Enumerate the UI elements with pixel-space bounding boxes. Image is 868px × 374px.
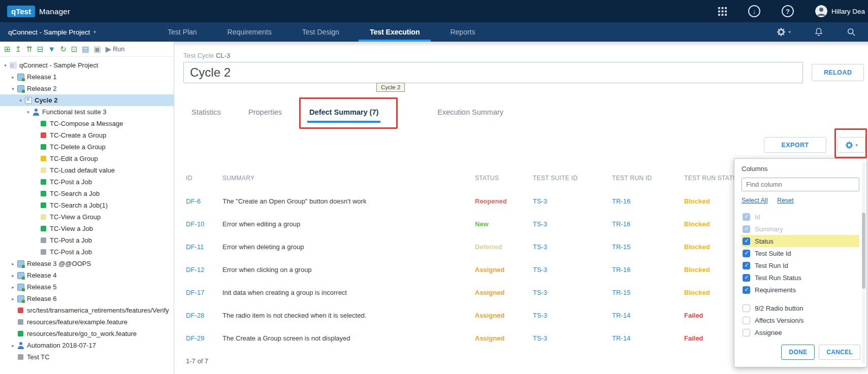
checkbox[interactable]	[743, 213, 750, 221]
tab-execution-summary[interactable]: Execution Summary	[435, 108, 505, 123]
column-option[interactable]: 9/2 Radio button	[742, 302, 859, 314]
select-all-link[interactable]: Select All	[742, 197, 767, 204]
checkbox[interactable]	[743, 286, 750, 294]
checkbox[interactable]	[743, 225, 750, 233]
column-option[interactable]: Status	[742, 235, 859, 247]
column-header[interactable]: TEST RUN ID	[612, 175, 652, 182]
move-up-icon[interactable]: ⇈	[26, 45, 33, 53]
column-option[interactable]: Requirements	[742, 284, 859, 296]
checkbox[interactable]	[743, 250, 750, 257]
expander-icon[interactable]: ▸	[10, 75, 16, 80]
tree-item[interactable]: ▾ Functional test suite 3	[0, 106, 174, 118]
tree-item[interactable]: ▸ Release 3 @@OOPS	[0, 258, 174, 269]
test-run-id-link[interactable]: TR-16	[612, 213, 630, 235]
test-suite-id-link[interactable]: TS-3	[533, 258, 547, 281]
column-header[interactable]: TEST RUN STATUS	[684, 175, 742, 182]
test-suite-id-link[interactable]: TS-3	[533, 327, 547, 350]
test-suite-id-link[interactable]: TS-3	[533, 190, 547, 213]
expander-icon[interactable]: ▸	[10, 273, 16, 278]
tree-item[interactable]: TC-Compose a Message	[0, 118, 174, 129]
checkbox[interactable]	[743, 329, 750, 336]
column-option[interactable]: Test Run Status	[742, 271, 859, 284]
search-icon[interactable]	[847, 27, 856, 37]
checkbox[interactable]	[743, 237, 750, 245]
tree-item[interactable]: TC-View a Group	[0, 211, 174, 223]
report-icon[interactable]: ▤	[82, 45, 89, 53]
tree-item[interactable]: TC-Load default value	[0, 164, 174, 176]
defect-id-link[interactable]: DF-12	[186, 258, 204, 281]
tree-item[interactable]: TC-Post a Job	[0, 234, 174, 246]
expander-icon[interactable]: ▸	[10, 343, 16, 348]
nav-tab-test-design[interactable]: Test Design	[287, 22, 355, 42]
tree-item[interactable]: ▸ Release 5	[0, 281, 174, 293]
tree-item[interactable]: TC-Post a Job	[0, 246, 174, 258]
column-option[interactable]: Affects Version/s	[742, 314, 859, 326]
expander-icon[interactable]: ▸	[10, 296, 16, 301]
nav-tab-test-plan[interactable]: Test Plan	[152, 22, 212, 42]
tree-item[interactable]: TC-Delete a Group	[0, 141, 174, 153]
reload-button[interactable]: RELOAD	[812, 64, 864, 81]
tree-item[interactable]: TC-Search a Job	[0, 188, 174, 199]
settings-gear-icon[interactable]: ▾	[777, 27, 791, 37]
test-run-id-link[interactable]: TR-15	[612, 235, 630, 258]
checkbox[interactable]	[743, 262, 750, 269]
tree-item[interactable]: TC-View a Job	[0, 223, 174, 234]
tab-statistics[interactable]: Statistics	[189, 108, 223, 123]
tree-item[interactable]: ▸ Automation 2018-07-17	[0, 339, 174, 351]
test-suite-id-link[interactable]: TS-3	[533, 235, 547, 258]
test-run-id-link[interactable]: TR-15	[612, 281, 630, 304]
tree-item[interactable]: ▸ Release 6	[0, 293, 174, 304]
checkbox[interactable]	[743, 317, 750, 324]
export-icon[interactable]: ⊡	[71, 45, 78, 53]
tree-item[interactable]: ▸ Release 1	[0, 71, 174, 83]
done-button[interactable]: DONE	[781, 345, 815, 360]
defect-id-link[interactable]: DF-10	[186, 213, 204, 235]
find-column-input[interactable]	[742, 178, 859, 191]
tree-item[interactable]: ▾ Cycle 2	[0, 94, 174, 106]
tree-item[interactable]: TC-Post a Job	[0, 176, 174, 188]
apps-grid-icon[interactable]	[718, 7, 727, 16]
column-option[interactable]: Assignee	[742, 326, 859, 338]
test-run-id-link[interactable]: TR-14	[612, 304, 630, 327]
expander-icon[interactable]: ▾	[17, 98, 24, 103]
nav-tab-requirements[interactable]: Requirements	[212, 22, 287, 42]
defect-id-link[interactable]: DF-11	[186, 235, 204, 258]
scrollbar-thumb[interactable]	[862, 213, 865, 289]
run-button[interactable]: ▶ Run	[106, 45, 124, 53]
project-selector[interactable]: qConnect - Sample Project ▾	[0, 22, 152, 42]
tree-item[interactable]: TC-Search a Job(1)	[0, 199, 174, 211]
column-option[interactable]: Test Run Id	[742, 259, 859, 271]
tree-item[interactable]: ▸ Release 4	[0, 269, 174, 281]
columns-gear-button[interactable]: ▾	[838, 137, 865, 153]
column-header[interactable]: SUMMARY	[222, 175, 254, 182]
column-header[interactable]: ID	[186, 175, 192, 182]
column-header[interactable]: STATUS	[475, 175, 499, 182]
reset-link[interactable]: Reset	[777, 197, 794, 204]
expander-icon[interactable]: ▸	[10, 261, 16, 266]
test-run-id-link[interactable]: TR-16	[612, 258, 630, 281]
import-icon[interactable]: ↥	[15, 45, 22, 53]
expand-tree-icon[interactable]: ⊟	[37, 45, 44, 53]
tab-properties[interactable]: Properties	[246, 108, 284, 123]
defect-id-link[interactable]: DF-17	[186, 281, 204, 304]
checkbox[interactable]	[743, 304, 750, 312]
column-option[interactable]: Summary	[742, 223, 859, 235]
session-recorder-icon[interactable]: ▣	[94, 45, 101, 53]
scrollbar-track[interactable]	[862, 162, 865, 364]
test-run-id-link[interactable]: TR-16	[612, 190, 630, 213]
tree-item[interactable]: TC-Edit a Group	[0, 153, 174, 164]
defect-id-link[interactable]: DF-6	[186, 190, 201, 213]
test-run-id-link[interactable]: TR-14	[612, 327, 630, 350]
filter-icon[interactable]: ▼	[48, 45, 55, 53]
expander-icon[interactable]: ▾	[25, 110, 31, 115]
tree-item[interactable]: Test TC	[0, 351, 174, 363]
defect-id-link[interactable]: DF-28	[186, 304, 204, 327]
expander-icon[interactable]: ▸	[10, 285, 16, 290]
export-button[interactable]: EXPORT	[764, 137, 826, 153]
test-suite-id-link[interactable]: TS-3	[533, 304, 547, 327]
test-suite-id-link[interactable]: TS-3	[533, 281, 547, 304]
checkbox[interactable]	[743, 274, 750, 282]
expander-icon[interactable]: ▾	[10, 86, 16, 91]
expander-icon[interactable]: ▾	[2, 63, 9, 68]
help-icon[interactable]: ?	[782, 5, 794, 17]
